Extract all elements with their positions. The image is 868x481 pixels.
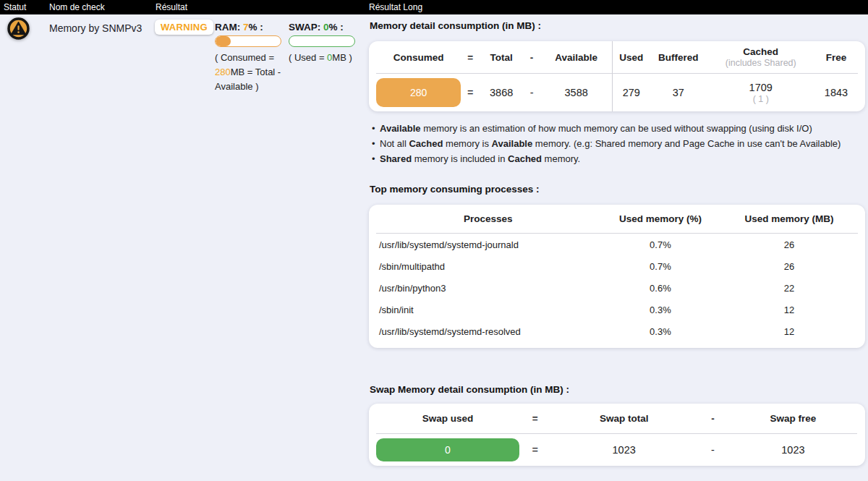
ram-progress-fill: [216, 36, 231, 46]
memory-table-title: Memory detail consumption (in MB) :: [370, 20, 865, 31]
note-bold: Cached: [409, 138, 443, 149]
header-processes: Processes: [376, 205, 600, 234]
process-name: /usr/bin/python3: [376, 283, 600, 294]
note-bold: Cached: [508, 153, 542, 164]
swap-used-note: ( Used = 0MB ): [289, 51, 358, 65]
note-text: Not all: [380, 138, 409, 149]
process-used-pct: 0.7%: [600, 261, 721, 272]
memory-notes-list: Available memory is an estimation of how…: [369, 121, 865, 166]
header-buffered: Buffered: [650, 41, 707, 74]
ram-progress-bar: [215, 35, 281, 47]
header-col-check-name: Nom de check: [49, 0, 105, 14]
process-used-mb: 12: [720, 305, 858, 315]
header-swap-free: Swap free: [729, 404, 858, 434]
memory-table-value-row: 280 = 3868 - 3588 279 37 1709 ( 1 ) 1843: [376, 74, 858, 111]
swap-percent-value: 0: [323, 22, 329, 33]
note-bold: Shared: [380, 153, 412, 164]
value-swap-used-cell: 0: [376, 435, 519, 465]
process-name: /usr/lib/systemd/systemd-resolved: [376, 326, 600, 337]
ram-consumed-note: ( Consumed = 280MB = Total - Available ): [215, 51, 284, 94]
value-minus-sign: -: [523, 74, 540, 111]
header-cached: Cached (includes Shared): [707, 41, 814, 74]
swap-used-highlight: 0: [376, 438, 519, 461]
header-minus-sign: -: [523, 41, 540, 74]
ram-gauge: RAM: 7% : ( Consumed = 280MB = Total - A…: [215, 22, 284, 94]
value-swap-equals: =: [519, 444, 551, 456]
value-consumed-cell: 280: [376, 74, 461, 111]
ram-percent-value: 7: [243, 22, 249, 33]
memory-table-header-row: Consumed = Total - Available Used Buffer…: [376, 41, 858, 74]
warning-status-icon: [7, 17, 30, 40]
note-bold: Available: [380, 123, 421, 134]
note-text: memory.: [542, 153, 580, 164]
note-item: Available memory is an estimation of how…: [369, 121, 865, 136]
note-text: memory is included in: [412, 153, 508, 164]
swap-label-suffix: % :: [329, 22, 344, 33]
processes-table-title: Top memory consuming processes :: [370, 184, 865, 195]
consumed-highlight: 280: [376, 78, 461, 107]
header-col-result-long: Résultat Long: [369, 0, 422, 14]
header-free: Free: [814, 41, 858, 74]
memory-detail-table: Consumed = Total - Available Used Buffer…: [369, 41, 865, 111]
header-consumed: Consumed: [376, 41, 461, 74]
swap-table-title: Swap Memory detail consumption (in MB) :: [370, 384, 865, 395]
ram-label-text: RAM:: [215, 22, 240, 33]
header-swap-used: Swap used: [376, 404, 519, 434]
value-available: 3588: [540, 74, 612, 111]
swap-label-text: SWAP:: [289, 22, 320, 33]
note-item: Not all Cached memory is Available memor…: [369, 136, 865, 151]
value-free: 1843: [814, 74, 858, 111]
header-swap-minus: -: [697, 404, 729, 434]
table-row: /usr/lib/systemd/systemd-resolved 0.3% 1…: [376, 320, 858, 342]
check-name: Memory by SNMPv3: [49, 22, 142, 34]
process-used-mb: 22: [720, 283, 858, 294]
long-output-panel: Memory detail consumption (in MB) : Cons…: [369, 17, 865, 466]
process-name: /sbin/init: [376, 305, 600, 315]
value-total: 3868: [480, 74, 523, 111]
table-row: /usr/lib/systemd/systemd-journald 0.7% 2…: [376, 234, 858, 255]
process-used-mb: 26: [720, 261, 858, 272]
header-total: Total: [480, 41, 523, 74]
value-buffered: 37: [650, 74, 707, 111]
header-available: Available: [540, 41, 612, 74]
header-cached-sub: (includes Shared): [707, 58, 814, 68]
header-used: Used: [612, 41, 650, 74]
header-cached-main: Cached: [707, 46, 814, 57]
header-swap-total: Swap total: [551, 404, 697, 434]
process-used-pct: 0.7%: [600, 239, 721, 250]
note-item: Shared memory is included in Cached memo…: [369, 151, 865, 166]
swap-progress-bar: [289, 35, 355, 47]
value-cached: 1709 ( 1 ): [707, 74, 814, 111]
swap-note-pre: ( Used =: [289, 52, 327, 63]
process-used-pct: 0.3%: [600, 326, 721, 337]
header-swap-equals: =: [519, 404, 551, 434]
note-bold: Available: [492, 138, 533, 149]
process-name: /sbin/multipathd: [376, 261, 600, 272]
ram-consumed-value: 280: [215, 67, 231, 77]
value-cached-sub: ( 1 ): [707, 94, 814, 104]
value-swap-minus: -: [697, 444, 729, 456]
status-badge-warning: WARNING: [155, 20, 213, 35]
swap-header-row: Swap used = Swap total - Swap free: [376, 404, 858, 434]
processes-table: Processes Used memory (%) Used memory (M…: [369, 205, 865, 348]
note-text: memory is an estimation of how much memo…: [421, 123, 812, 134]
value-equals-sign: =: [461, 74, 480, 111]
process-used-pct: 0.6%: [600, 283, 721, 294]
processes-header-row: Processes Used memory (%) Used memory (M…: [376, 205, 858, 234]
value-cached-main: 1709: [707, 82, 814, 93]
note-text: memory is: [443, 138, 491, 149]
table-row: /sbin/init 0.3% 12: [376, 299, 858, 320]
process-used-mb: 12: [720, 326, 858, 337]
swap-note-post: MB ): [332, 52, 352, 63]
value-swap-total: 1023: [551, 444, 697, 456]
process-name: /usr/lib/systemd/systemd-journald: [376, 239, 600, 250]
table-row: /sbin/multipathd 0.7% 26: [376, 255, 858, 277]
ram-usage-label: RAM: 7% :: [215, 22, 284, 33]
note-text: memory. (e.g: Shared memory and Page Cac…: [532, 138, 841, 149]
ram-label-suffix: % :: [249, 22, 263, 33]
swap-gauge: SWAP: 0% : ( Used = 0MB ): [289, 22, 358, 65]
value-swap-free: 1023: [729, 444, 858, 456]
swap-value-row: 0 = 1023 - 1023: [376, 434, 858, 466]
process-used-pct: 0.3%: [600, 305, 721, 315]
table-row: /usr/bin/python3 0.6% 22: [376, 277, 858, 299]
